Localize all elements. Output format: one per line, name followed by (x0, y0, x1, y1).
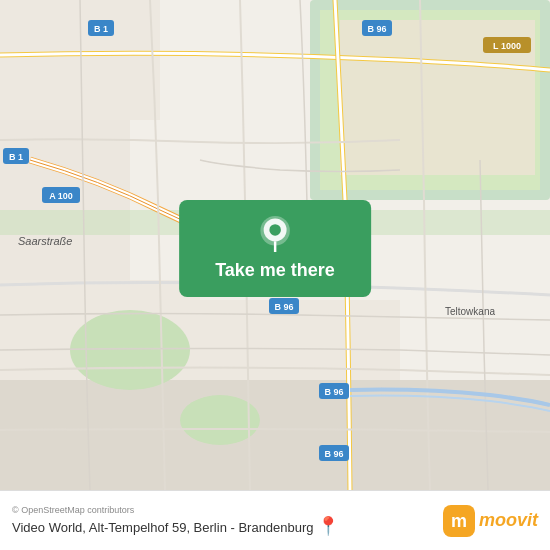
svg-text:m: m (451, 511, 467, 531)
svg-text:Saarstraße: Saarstraße (18, 235, 72, 247)
moovit-logo: m moovit (443, 505, 538, 537)
svg-text:B 96: B 96 (324, 449, 343, 459)
footer-info: © OpenStreetMap contributors Video World… (12, 505, 339, 537)
location-pin-icon (257, 216, 293, 252)
moovit-brand-text: moovit (479, 510, 538, 531)
svg-rect-8 (0, 380, 550, 490)
svg-text:B 1: B 1 (94, 24, 108, 34)
take-me-there-button[interactable]: Take me there (179, 200, 371, 297)
map-container: B 1 B 96 B 1 A 100 L 1000 B 96 B 96 B 96… (0, 0, 550, 490)
svg-point-32 (269, 224, 280, 235)
footer: © OpenStreetMap contributors Video World… (0, 490, 550, 550)
location-name: Video World, Alt-Tempelhof 59, Berlin - … (12, 515, 339, 537)
svg-text:B 96: B 96 (274, 302, 293, 312)
take-me-there-label: Take me there (215, 260, 335, 281)
moovit-brand-icon: m (443, 505, 475, 537)
location-name-text: Video World, Alt-Tempelhof 59, Berlin - … (12, 520, 314, 535)
svg-text:B 1: B 1 (9, 152, 23, 162)
svg-point-10 (70, 310, 190, 390)
svg-text:L 1000: L 1000 (493, 41, 521, 51)
svg-text:B 96: B 96 (324, 387, 343, 397)
map-attribution: © OpenStreetMap contributors (12, 505, 339, 515)
location-pin-footer-icon: 📍 (317, 516, 339, 536)
svg-text:A 100: A 100 (49, 191, 73, 201)
svg-text:Teltowkana: Teltowkana (445, 306, 495, 317)
svg-text:B 96: B 96 (367, 24, 386, 34)
